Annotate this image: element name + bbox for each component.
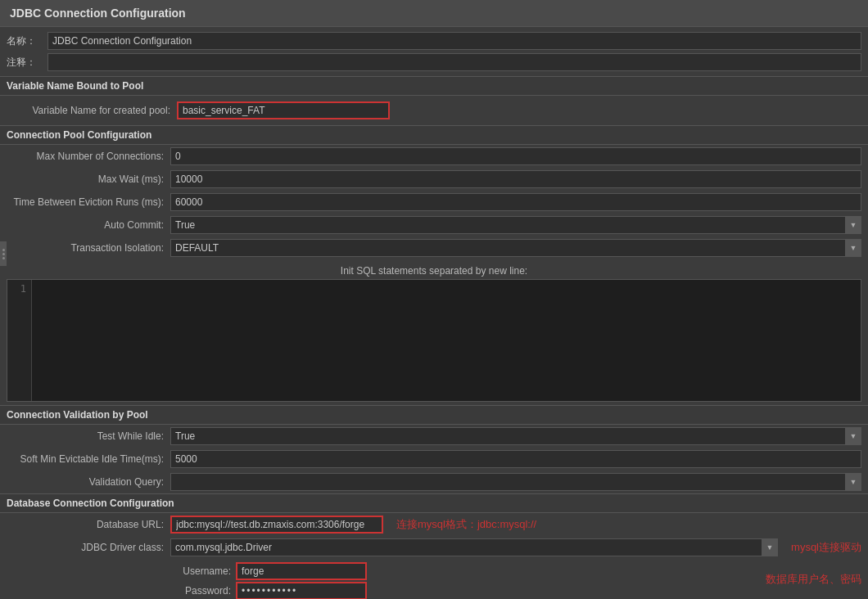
test-idle-select-wrapper: True False (170, 427, 861, 445)
soft-min-label: Soft Min Evictable Idle Time(ms): (7, 453, 170, 465)
max-connections-label: Max Number of Connections: (7, 151, 170, 162)
max-wait-input[interactable] (170, 170, 861, 188)
validation-section-body: Test While Idle: True False Soft Min Evi… (0, 425, 868, 493)
panel-header: JDBC Connection Configuration (0, 0, 868, 27)
password-label: Password: (170, 585, 236, 597)
db-url-annotation: 连接mysql格式：jdbc:mysql:// (383, 517, 536, 532)
transaction-label: Transaction Isolation: (7, 242, 170, 254)
pool-label: Variable Name for created pool: (13, 105, 177, 116)
top-fields-section: 名称： 注释： (0, 27, 868, 76)
sql-label: Init SQL statements separated by new lin… (7, 263, 861, 279)
name-row: 名称： (7, 30, 861, 52)
db-config-section-label: Database Connection Configuration (7, 498, 174, 509)
pool-value-input[interactable] (177, 101, 390, 119)
username-row: Username: (170, 562, 753, 580)
comment-row: 注释： (7, 52, 861, 73)
name-input[interactable] (47, 32, 861, 50)
auto-commit-select-wrapper: True False (170, 216, 861, 234)
soft-min-input[interactable] (170, 450, 861, 468)
auto-commit-row: Auto Commit: True False (0, 214, 868, 236)
test-idle-row: Test While Idle: True False (0, 425, 868, 448)
comment-label: 注释： (7, 56, 47, 70)
connection-pool-body: Max Number of Connections: Max Wait (ms)… (0, 145, 868, 405)
auto-commit-select[interactable]: True False (170, 216, 861, 234)
test-idle-label: Test While Idle: (7, 430, 170, 442)
connection-pool-section-header: Connection Pool Configuration (0, 125, 868, 145)
pool-name-row: Variable Name for created pool: (7, 99, 861, 122)
jdbc-driver-annotation: mysql连接驱动 (778, 540, 861, 555)
jdbc-driver-select-wrapper: com.mysql.jdbc.Driver (170, 538, 778, 556)
comment-input[interactable] (47, 53, 861, 71)
transaction-select[interactable]: DEFAULT NONE READ_COMMITTED READ_UNCOMMI… (170, 239, 861, 257)
variable-section-label: Variable Name Bound to Pool (7, 80, 143, 92)
panel-title: JDBC Connection Configuration (10, 7, 186, 20)
time-between-row: Time Between Eviction Runs (ms): (0, 191, 868, 214)
validation-section-label: Connection Validation by Pool (7, 409, 148, 421)
validation-query-label: Validation Query: (7, 476, 170, 488)
main-panel: JDBC Connection Configuration 名称： 注释： Va… (0, 0, 868, 599)
transaction-select-wrapper: DEFAULT NONE READ_COMMITTED READ_UNCOMMI… (170, 239, 861, 257)
db-url-row: Database URL: 连接mysql格式：jdbc:mysql:// (0, 513, 868, 536)
max-wait-label: Max Wait (ms): (7, 173, 170, 185)
jdbc-driver-select[interactable]: com.mysql.jdbc.Driver (170, 538, 778, 556)
auto-commit-label: Auto Commit: (7, 219, 170, 231)
connection-pool-label: Connection Pool Configuration (7, 129, 151, 141)
credentials-row: Username: Password: 数据库用户名、密码 (0, 559, 868, 599)
validation-section-header: Connection Validation by Pool (0, 405, 868, 425)
sql-section: Init SQL statements separated by new lin… (0, 259, 868, 405)
jdbc-driver-label: JDBC Driver class: (7, 542, 170, 553)
sql-editor[interactable] (32, 280, 861, 401)
time-between-input[interactable] (170, 193, 861, 211)
db-config-body: Database URL: 连接mysql格式：jdbc:mysql:// JD… (0, 513, 868, 599)
sql-editor-container: 1 (7, 279, 861, 402)
variable-section-body: Variable Name for created pool: (0, 96, 868, 125)
resize-handle[interactable] (0, 241, 7, 266)
username-input[interactable] (236, 562, 367, 580)
variable-section-header: Variable Name Bound to Pool (0, 76, 868, 96)
credentials-container: Username: Password: (170, 562, 753, 599)
sql-line-numbers: 1 (7, 280, 32, 401)
max-connections-input[interactable] (170, 147, 861, 165)
max-connections-row: Max Number of Connections: (0, 145, 868, 168)
password-input[interactable] (236, 582, 367, 599)
soft-min-row: Soft Min Evictable Idle Time(ms): (0, 448, 868, 471)
test-idle-select[interactable]: True False (170, 427, 861, 445)
name-label: 名称： (7, 34, 47, 48)
time-between-label: Time Between Eviction Runs (ms): (7, 196, 170, 208)
validation-query-select-wrapper (170, 473, 861, 491)
validation-query-row: Validation Query: (0, 471, 868, 493)
validation-query-select[interactable] (170, 473, 861, 491)
max-wait-row: Max Wait (ms): (0, 168, 868, 191)
password-row: Password: (170, 582, 753, 599)
username-label: Username: (170, 565, 236, 577)
db-url-input[interactable] (170, 516, 383, 534)
db-url-label: Database URL: (7, 519, 170, 530)
transaction-row: Transaction Isolation: DEFAULT NONE READ… (0, 236, 868, 259)
credentials-annotation: 数据库用户名、密码 (753, 572, 861, 587)
db-config-section-header: Database Connection Configuration (0, 493, 868, 513)
jdbc-driver-row: JDBC Driver class: com.mysql.jdbc.Driver… (0, 536, 868, 559)
